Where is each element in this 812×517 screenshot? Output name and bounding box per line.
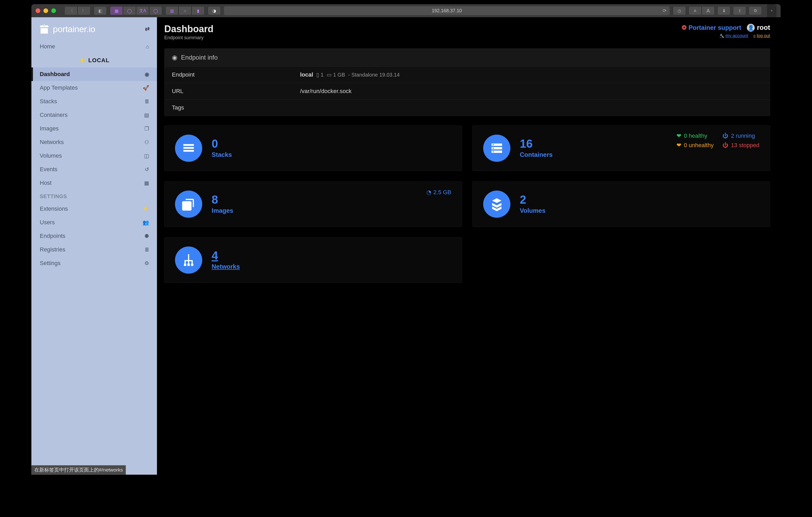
stacks-label: Stacks <box>212 151 232 158</box>
logo-text: portainer.io <box>53 24 95 34</box>
ext-button-3[interactable]: 文A <box>136 6 149 15</box>
user-avatar-icon: 👤 <box>747 24 755 32</box>
portainer-support-link[interactable]: ❂ Portainer support <box>682 24 741 31</box>
status-bar-link-preview: 在新标签页中打开该页面上的#/networks <box>31 465 126 475</box>
volumes-icon <box>483 190 511 218</box>
ext-button-4[interactable]: ◯ <box>149 6 162 15</box>
plug-icon: ⚉ <box>144 233 149 239</box>
sidebar-item-users[interactable]: Users 👥 <box>31 216 157 229</box>
sidebar-toggle-button[interactable]: ◧ <box>94 6 107 15</box>
address-bar[interactable]: 192.168.37.10 ⟳ <box>224 6 670 15</box>
user-chip[interactable]: 👤 root <box>747 24 770 32</box>
nav-back-button[interactable]: 〈 <box>64 6 78 15</box>
sidebar-item-images[interactable]: Images ❐ <box>31 122 157 135</box>
sidebar-item-stacks[interactable]: Stacks ≣ <box>31 95 157 108</box>
dashboard-icon: ◉ <box>145 71 149 78</box>
tabs-button[interactable]: ⧉ <box>749 6 762 15</box>
ext-button-1[interactable]: ▦ <box>110 6 123 15</box>
sidebar-item-extensions[interactable]: Extensions ⚡ <box>31 202 157 216</box>
sidebar-item-host[interactable]: Host ▦ <box>31 176 157 190</box>
sidebar-item-label: Host <box>40 180 52 186</box>
sidebar-item-home[interactable]: Home ⌂ <box>31 40 157 53</box>
sidebar-item-volumes[interactable]: Volumes ◫ <box>31 149 157 162</box>
ext-button-2[interactable]: ◯ <box>123 6 136 15</box>
reload-icon[interactable]: ⟳ <box>663 8 667 13</box>
sidebar-item-app-templates[interactable]: App Templates 🚀 <box>31 81 157 95</box>
containers-icon <box>483 134 511 162</box>
my-account-link[interactable]: 🔧 my account <box>720 33 748 38</box>
list-icon: ≣ <box>145 98 149 104</box>
svg-point-0 <box>493 144 494 145</box>
minimize-window-button[interactable] <box>44 8 48 13</box>
endpoint-name: local <box>300 71 313 78</box>
containers-count: 16 <box>520 138 552 150</box>
address-text: 192.168.37.10 <box>432 8 462 13</box>
tile-stacks[interactable]: 0 Stacks <box>164 125 462 171</box>
users-icon: 👥 <box>143 219 149 225</box>
containers-healthy: ❤0 healthy <box>676 132 714 139</box>
new-tab-button[interactable]: + <box>767 4 776 17</box>
heartbeat-icon: ❤ <box>676 142 681 149</box>
sidebar-item-label: Extensions <box>40 206 68 212</box>
logo[interactable]: portainer.io <box>39 24 95 34</box>
sidebar-item-events[interactable]: Events ↺ <box>31 162 157 176</box>
cogs-icon: ⚙ <box>144 260 149 266</box>
nav-forward-button[interactable]: 〉 <box>78 6 90 15</box>
sidebar-item-label: Users <box>40 219 55 226</box>
maximize-window-button[interactable] <box>51 8 56 13</box>
log-out-link[interactable]: ⎋ log out <box>753 33 770 38</box>
tile-networks[interactable]: 4 Networks <box>164 237 462 283</box>
clone-icon: ❐ <box>144 125 149 132</box>
shield-privacy-button[interactable]: ◑ <box>208 6 221 15</box>
history-button[interactable]: ◷ <box>673 6 686 15</box>
font-large-button[interactable]: A <box>702 6 715 15</box>
grid-icon: ▦ <box>144 180 149 186</box>
sidebar-endpoint-header[interactable]: ⚡ LOCAL <box>31 53 157 67</box>
pie-chart-icon: ◔ <box>427 189 431 196</box>
endpoint-info-panel: ◉ Endpoint info Endpoint local ▯ 1 ▭ 1 G… <box>164 48 770 116</box>
downloads-button[interactable]: ⬇ <box>717 6 730 15</box>
sidebar-item-endpoints[interactable]: Endpoints ⚉ <box>31 229 157 243</box>
stacks-icon <box>175 134 202 162</box>
ext-button-6[interactable]: ☼ <box>178 6 192 15</box>
sidebar-settings-header: SETTINGS <box>31 190 157 202</box>
ext-button-5[interactable]: ▥ <box>165 6 178 15</box>
containers-stopped: ⏻13 stopped <box>723 142 759 149</box>
sign-out-icon: ⎋ <box>753 34 755 38</box>
sidebar-item-label: Events <box>40 166 57 173</box>
sidebar-item-registries[interactable]: Registries ≣ <box>31 243 157 256</box>
heartbeat-icon: ❤ <box>676 132 681 139</box>
containers-unhealthy: ❤0 unhealthy <box>676 142 714 149</box>
tile-containers[interactable]: 16 Containers ❤0 healthy ⏻2 running ❤0 u… <box>472 125 770 171</box>
sidebar-item-label: Dashboard <box>40 71 70 78</box>
share-button[interactable]: ⇪ <box>733 6 746 15</box>
sidebar-item-networks[interactable]: Networks ⚇ <box>31 135 157 149</box>
page-title: Dashboard <box>164 24 213 34</box>
bolt-icon: ⚡ <box>143 206 149 212</box>
power-icon: ⏻ <box>723 142 728 149</box>
images-size: 2.5 GB <box>433 189 451 196</box>
memory-icon: ▭ <box>327 72 332 78</box>
tile-images[interactable]: 8 Images ◔ 2.5 GB <box>164 181 462 227</box>
font-small-button[interactable]: A <box>689 6 702 15</box>
sidebar-item-containers[interactable]: Containers ▤ <box>31 108 157 122</box>
networks-icon <box>175 246 202 274</box>
power-icon: ⏻ <box>723 132 728 139</box>
images-label: Images <box>212 207 233 214</box>
close-window-button[interactable] <box>36 8 40 13</box>
stacks-count: 0 <box>212 138 232 150</box>
containers-label: Containers <box>520 151 552 158</box>
endpoint-row: Endpoint local ▯ 1 ▭ 1 GB - Standalone 1… <box>165 67 770 83</box>
tile-volumes[interactable]: 2 Volumes <box>472 181 770 227</box>
plug-icon: ⚡ <box>79 57 86 64</box>
sidebar-collapse-icon[interactable]: ⇄ <box>145 26 150 32</box>
volumes-count: 2 <box>520 194 545 206</box>
sidebar-item-dashboard[interactable]: Dashboard ◉ <box>31 67 157 81</box>
ext-button-7[interactable]: ▮ <box>192 6 205 15</box>
main-content: Dashboard Endpoint summary ❂ Portainer s… <box>157 17 781 475</box>
sidebar-item-label: Endpoints <box>40 233 65 239</box>
sidebar-item-settings[interactable]: Settings ⚙ <box>31 256 157 270</box>
volumes-label: Volumes <box>520 207 545 214</box>
containers-running: ⏻2 running <box>723 132 759 139</box>
sidebar-item-label: Registries <box>40 246 65 253</box>
